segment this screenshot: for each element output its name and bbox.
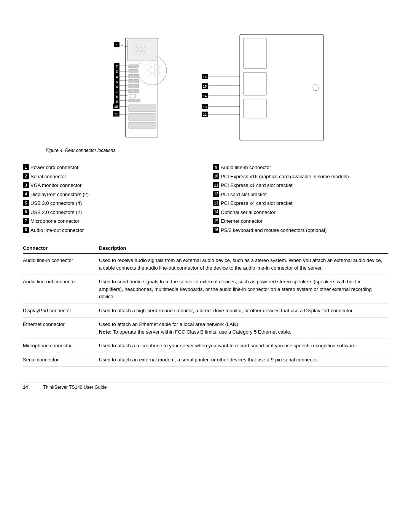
rear-connector-diagram: 1 2 3 4 5 6 7 8 [76, 15, 335, 145]
svg-rect-25 [129, 69, 138, 72]
legend-label: Optional serial connector [221, 209, 276, 216]
legend-item: 4DisplayPort connectors (2) [23, 191, 198, 198]
legend-badge: 12 [213, 191, 219, 197]
table-cell-connector: Ethernet connector [23, 318, 99, 339]
svg-rect-39 [129, 122, 156, 128]
legend-item: 9Audio line-in connector [213, 164, 388, 171]
svg-rect-14 [127, 40, 156, 61]
svg-rect-26 [129, 74, 133, 78]
svg-text:1: 1 [116, 43, 118, 47]
legend-item: 8Audio line-out connector [23, 227, 198, 234]
legend-label: DisplayPort connectors (2) [30, 191, 89, 198]
legend-badge: 5 [23, 200, 29, 206]
legend-item: 13PCI Express x4 card slot bracket [213, 200, 388, 207]
table-row: DisplayPort connectorUsed to attach a hi… [23, 304, 388, 318]
legend-item: 12PCI card slot bracket [213, 191, 388, 198]
svg-rect-36 [129, 99, 140, 102]
svg-rect-29 [134, 79, 139, 83]
svg-line-40 [120, 45, 127, 47]
svg-point-35 [133, 94, 136, 97]
legend-badge: 6 [23, 209, 29, 215]
svg-rect-33 [134, 89, 139, 93]
legend-badge: 1 [23, 164, 29, 170]
footer: 14 ThinkServer TS140 User Guide [23, 382, 388, 390]
svg-rect-32 [129, 89, 133, 93]
table-cell-description: Used to attach a microphone to your serv… [99, 339, 388, 353]
legend-badge: 9 [213, 164, 219, 170]
table-cell-description: Used to attach an Ethernet cable for a l… [99, 318, 388, 339]
legend-label: PCI Express x4 card slot bracket [221, 200, 293, 207]
table-cell-connector: Audio line-out connector [23, 275, 99, 304]
table-row: Serial connectorUsed to attach an extern… [23, 353, 388, 367]
legend-item: 7Microphone connector [23, 217, 198, 225]
svg-text:15: 15 [203, 85, 207, 88]
legend-item: 6USB 2.0 connectors (2) [23, 209, 198, 216]
svg-rect-2 [244, 72, 266, 95]
table-cell-connector: Audio line-in connector [23, 254, 99, 275]
legend-badge: 14 [213, 209, 219, 215]
svg-text:2: 2 [116, 64, 118, 68]
svg-rect-28 [129, 79, 133, 83]
svg-text:10: 10 [114, 105, 118, 109]
table-cell-connector: DisplayPort connector [23, 304, 99, 318]
legend-label: Microphone connector [30, 217, 80, 225]
legend-badge: 8 [23, 227, 29, 233]
legend-label: USB 2.0 connectors (2) [30, 209, 82, 216]
table-row: Ethernet connectorUsed to attach an Ethe… [23, 318, 388, 339]
legend-item: 3VGA monitor connector [23, 182, 198, 189]
legend-label: PCI card slot bracket [221, 191, 267, 198]
table-cell-description: Used to receive audio signals from an ex… [99, 254, 388, 275]
svg-rect-38 [129, 113, 156, 120]
legend-badge: 2 [23, 173, 29, 179]
svg-rect-31 [134, 84, 139, 88]
svg-text:4: 4 [116, 75, 118, 79]
legend-badge: 16 [213, 227, 219, 233]
legend: 1Power cord connector9Audio line-in conn… [23, 164, 388, 234]
svg-text:11: 11 [114, 112, 118, 116]
svg-point-34 [129, 94, 132, 97]
table-row: Audio line-out connectorUsed to send aud… [23, 275, 388, 304]
legend-label: Serial connector [30, 173, 66, 181]
table-cell-description: Used to attach an external modem, a seri… [99, 353, 388, 367]
legend-label: USB 3.0 connectors (4) [30, 200, 82, 207]
table-cell-description: Used to attach a high-performance monito… [99, 304, 388, 318]
legend-label: Audio line-out connector [30, 227, 84, 234]
svg-rect-0 [240, 34, 323, 141]
table-header-description: Description [99, 243, 388, 254]
legend-badge: 11 [213, 182, 219, 188]
svg-text:3: 3 [116, 70, 118, 73]
legend-badge: 4 [23, 191, 29, 197]
legend-item: 14Optional serial connector [213, 209, 388, 216]
legend-label: Ethernet connector [221, 217, 263, 225]
legend-item: 10PCI Express x16 graphics card (availab… [213, 173, 388, 181]
table-cell-description: Used to send audio signals from the serv… [99, 275, 388, 304]
legend-badge: 10 [213, 173, 219, 179]
legend-item: 5USB 3.0 connectors (4) [23, 200, 198, 207]
svg-rect-3 [244, 99, 266, 118]
connector-table: Connector Description Audio line-in conn… [23, 243, 388, 367]
legend-badge: 7 [23, 218, 29, 224]
legend-item: 15Ethernet connector [213, 217, 388, 225]
table-row: Microphone connectorUsed to attach a mic… [23, 339, 388, 353]
svg-text:6: 6 [116, 85, 118, 89]
svg-rect-27 [134, 74, 139, 78]
table-header-connector: Connector [23, 243, 99, 254]
figure-container: 1 2 3 4 5 6 7 8 [23, 15, 388, 160]
table-cell-connector: Microphone connector [23, 339, 99, 353]
legend-badge: 13 [213, 200, 219, 206]
svg-text:5: 5 [116, 80, 118, 84]
legend-item: 11PCI Express x1 card slot bracket [213, 182, 388, 189]
footer-page-number: 14 [23, 385, 28, 390]
svg-rect-30 [129, 84, 133, 88]
svg-point-4 [313, 85, 319, 91]
diagram-area: 1 2 3 4 5 6 7 8 [76, 15, 335, 145]
legend-label: VGA monitor connector [30, 182, 81, 189]
legend-label: PCI Express x1 card slot bracket [221, 182, 293, 189]
svg-text:9: 9 [116, 100, 118, 104]
figure-caption: Figure 4. Rear connector locations [46, 148, 115, 153]
svg-text:13: 13 [203, 105, 207, 109]
table-cell-connector: Serial connector [23, 353, 99, 367]
legend-badge: 15 [213, 218, 219, 224]
svg-text:16: 16 [203, 75, 207, 79]
legend-item: 16PS/2 keyboard and mouse connectors (op… [213, 227, 388, 234]
